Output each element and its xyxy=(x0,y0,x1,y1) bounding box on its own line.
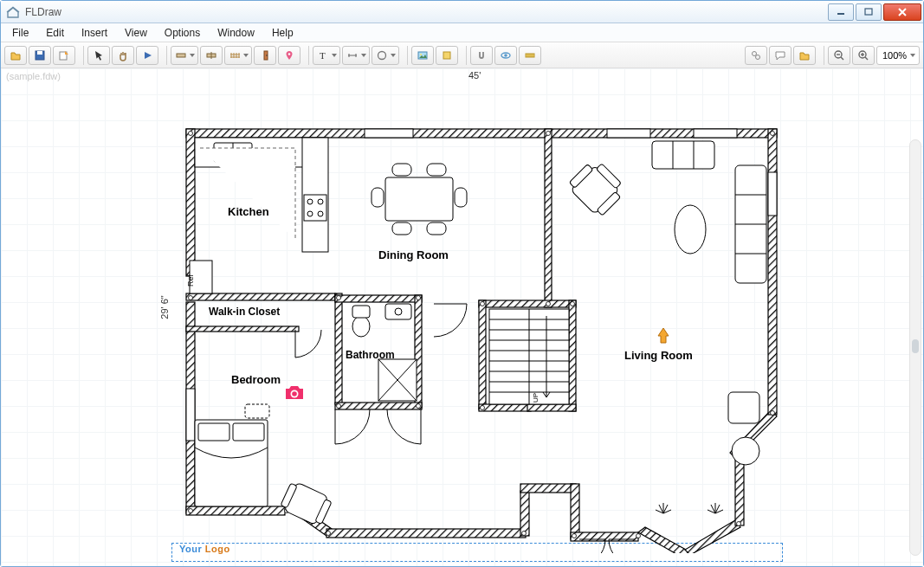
svg-point-122 xyxy=(352,316,370,337)
label-living: Living Room xyxy=(624,349,693,362)
svg-rect-88 xyxy=(607,129,650,138)
svg-point-74 xyxy=(481,302,485,306)
svg-point-12 xyxy=(378,51,385,59)
settings-button[interactable] xyxy=(745,46,767,65)
wall-tool[interactable] xyxy=(171,46,198,65)
dimension-width: 45' xyxy=(468,70,481,81)
svg-point-100 xyxy=(318,199,323,204)
svg-rect-5 xyxy=(177,54,185,57)
svg-rect-18 xyxy=(526,54,534,57)
menu-window[interactable]: Window xyxy=(210,25,262,41)
svg-rect-51 xyxy=(735,458,744,525)
zoom-in-button[interactable] xyxy=(852,46,875,65)
svg-point-9 xyxy=(266,55,268,56)
svg-rect-107 xyxy=(392,222,411,235)
svg-point-85 xyxy=(417,404,421,409)
pointer-tool[interactable] xyxy=(87,46,110,65)
svg-rect-89 xyxy=(694,129,737,138)
measure-tool[interactable] xyxy=(519,46,541,65)
separator xyxy=(304,46,309,65)
close-button[interactable] xyxy=(883,3,921,21)
export-button[interactable] xyxy=(53,46,75,65)
label-kitchen: Kitchen xyxy=(228,205,269,218)
menu-help[interactable]: Help xyxy=(264,25,301,41)
image-tool[interactable] xyxy=(411,46,434,65)
svg-point-69 xyxy=(189,296,193,300)
fill-tool[interactable] xyxy=(436,46,458,65)
fence-tool[interactable] xyxy=(224,46,252,65)
separator xyxy=(403,46,408,65)
svg-point-14 xyxy=(420,54,422,55)
svg-point-72 xyxy=(546,302,551,306)
svg-rect-39 xyxy=(186,129,195,276)
svg-point-149 xyxy=(732,437,759,465)
svg-rect-148 xyxy=(728,392,759,423)
svg-point-77 xyxy=(326,532,331,536)
door-tool[interactable] xyxy=(254,46,276,65)
svg-rect-64 xyxy=(569,300,576,411)
svg-rect-45 xyxy=(520,484,576,493)
svg-rect-136 xyxy=(652,141,714,169)
label-bedroom: Bedroom xyxy=(231,373,281,386)
svg-rect-131 xyxy=(233,423,264,441)
canvas[interactable]: (sample.fdw) 45' 29' 6" Your Logo xyxy=(1,68,923,566)
app-window: FLDraw File Edit Insert View Options Win… xyxy=(0,0,924,567)
svg-rect-106 xyxy=(427,164,446,176)
menu-options[interactable]: Options xyxy=(157,25,208,41)
menu-insert[interactable]: Insert xyxy=(74,25,115,41)
dimension-height: 29' 6" xyxy=(159,295,170,319)
snap-tool[interactable] xyxy=(470,46,493,65)
menubar: File Edit Insert View Options Window Hel… xyxy=(1,23,923,42)
ref-label: Ref xyxy=(186,274,195,287)
svg-point-10 xyxy=(288,53,291,55)
scrollbar-thumb[interactable] xyxy=(912,339,919,353)
svg-point-84 xyxy=(337,404,341,409)
comment-button[interactable] xyxy=(769,46,792,65)
svg-rect-104 xyxy=(385,177,453,221)
open-button[interactable] xyxy=(4,46,27,65)
zoom-out-button[interactable] xyxy=(828,46,850,65)
folder-button[interactable] xyxy=(793,46,816,65)
pan-tool[interactable] xyxy=(112,46,134,65)
svg-rect-1 xyxy=(865,9,872,15)
svg-point-78 xyxy=(522,532,527,536)
vertical-scrollbar[interactable] xyxy=(909,139,921,556)
svg-rect-61 xyxy=(479,300,576,307)
svg-rect-98 xyxy=(304,195,326,221)
svg-marker-50 xyxy=(685,520,740,553)
svg-text:UP: UP xyxy=(532,393,540,403)
minimize-button[interactable] xyxy=(828,3,854,21)
menu-file[interactable]: File xyxy=(4,25,36,41)
dimension-tool[interactable] xyxy=(342,46,370,65)
menu-edit[interactable]: Edit xyxy=(38,25,72,41)
svg-rect-87 xyxy=(365,129,413,138)
svg-point-102 xyxy=(318,211,323,216)
wall-segment-tool[interactable] xyxy=(200,46,223,65)
svg-rect-132 xyxy=(245,404,269,418)
toolbar: T 100% xyxy=(1,42,923,68)
maximize-button[interactable] xyxy=(856,3,882,21)
label-bathroom: Bathroom xyxy=(346,349,395,361)
play-tool[interactable] xyxy=(136,46,158,65)
svg-point-67 xyxy=(546,132,551,136)
label-closet: Walk-in Closet xyxy=(209,306,280,318)
svg-point-75 xyxy=(189,509,193,513)
floor-plan[interactable]: Ref xyxy=(174,103,784,553)
svg-rect-55 xyxy=(335,293,342,404)
svg-rect-3 xyxy=(37,51,42,55)
svg-rect-63 xyxy=(479,404,531,411)
save-button[interactable] xyxy=(29,46,51,65)
view3d-tool[interactable] xyxy=(494,46,517,65)
menu-view[interactable]: View xyxy=(117,25,155,41)
svg-rect-110 xyxy=(455,188,467,207)
text-tool[interactable]: T xyxy=(313,46,340,65)
zoom-level-select[interactable]: 100% xyxy=(876,46,920,65)
svg-point-66 xyxy=(189,132,193,136)
svg-rect-38 xyxy=(186,129,777,138)
svg-point-82 xyxy=(737,522,741,526)
label-dining: Dining Room xyxy=(378,248,449,261)
pin-tool[interactable] xyxy=(278,46,300,65)
svg-rect-109 xyxy=(372,188,384,207)
shape-tool[interactable] xyxy=(372,46,399,65)
svg-rect-41 xyxy=(186,506,285,515)
